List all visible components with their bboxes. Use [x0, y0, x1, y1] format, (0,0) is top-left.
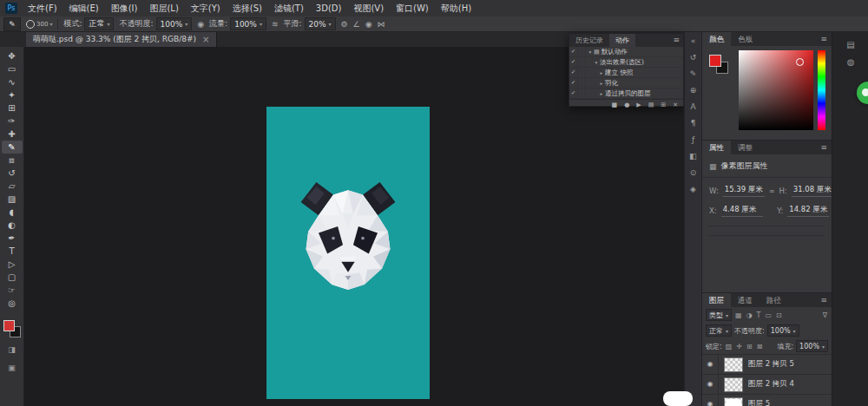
layer-thumbnail[interactable] [724, 357, 743, 372]
learn-icon[interactable]: ▤ [843, 40, 858, 49]
stop-icon[interactable]: ■ [612, 102, 618, 108]
menu-select[interactable]: 选择(S) [227, 0, 268, 16]
navigator-panel-icon[interactable]: ◈ [690, 185, 696, 193]
eye-icon[interactable]: ◉ [702, 375, 719, 394]
gradient-tool[interactable]: ▨ [2, 193, 23, 206]
dialog-toggle[interactable] [578, 47, 586, 56]
screen-mode-icon[interactable]: ▣ [2, 362, 23, 374]
tab-adjustments[interactable]: 调整 [731, 141, 760, 154]
tab-actions[interactable]: 动作 [609, 34, 635, 47]
hand-tool[interactable]: ☞ [2, 284, 23, 297]
menu-view[interactable]: 视图(V) [347, 0, 390, 16]
layer-row[interactable]: ◉ 图层 5 [702, 395, 832, 406]
mode-select[interactable]: 正常 ▾ [84, 17, 114, 30]
adjustments-panel-icon[interactable]: ◧ [689, 152, 697, 160]
clone-source-icon[interactable]: ⊕ [690, 86, 697, 95]
dialog-toggle[interactable] [578, 57, 586, 67]
layer-thumbnail[interactable] [724, 377, 743, 392]
expand-icon[interactable]: ▾ [586, 60, 600, 65]
menu-type[interactable]: 文字(Y) [185, 0, 227, 16]
tab-layers[interactable]: 图层 [702, 293, 731, 307]
tab-channels[interactable]: 通道 [731, 293, 760, 307]
close-icon[interactable]: × [202, 35, 209, 44]
menu-layer[interactable]: 图层(L) [143, 0, 184, 16]
layer-row[interactable]: ◉ 图层 2 拷贝 4 [702, 375, 832, 395]
symmetry-icon[interactable]: ⋈ [378, 20, 385, 29]
foreground-color-swatch[interactable] [709, 55, 721, 67]
filter-pixel-icon[interactable]: ▦ [734, 311, 743, 319]
expand-icon[interactable]: ▸ [586, 91, 605, 96]
shape-tool[interactable]: ▢ [2, 271, 23, 284]
smoothing-options-gear-icon[interactable]: ⚙ [341, 20, 348, 29]
panel-menu-icon[interactable]: ≡ [820, 141, 832, 154]
action-row[interactable]: ✓ ▸ 建立 快照 [569, 68, 683, 78]
expand-icon[interactable]: ▸ [586, 70, 605, 75]
layer-thumbnail[interactable] [724, 397, 743, 406]
tab-color[interactable]: 颜色 [702, 32, 731, 46]
pen-tool[interactable]: ✒ [2, 232, 23, 245]
menu-filter[interactable]: 滤镜(T) [268, 0, 310, 16]
width-field[interactable]: 15.39 厘米 [723, 185, 765, 197]
history-brush-tool[interactable]: ↺ [2, 167, 23, 180]
libraries-icon[interactable]: ◍ [843, 57, 858, 67]
lock-all-icon[interactable]: ⊠ [756, 343, 764, 350]
smoothing-select[interactable]: 20% ▾ [305, 17, 336, 30]
character-panel-icon[interactable]: A [690, 102, 695, 111]
brush-tool[interactable]: ✎ [2, 141, 23, 154]
expand-icon[interactable]: ▸ [586, 81, 605, 86]
active-tool-icon[interactable]: ✎ [3, 17, 21, 31]
check-icon[interactable]: ✓ [569, 88, 578, 98]
layer-row[interactable]: ◉ 图层 2 拷贝 5 [702, 355, 832, 375]
panel-menu-icon[interactable]: ≡ [820, 293, 832, 307]
color-fg-bg-swatches[interactable] [709, 55, 728, 74]
eye-icon[interactable]: ◉ [702, 395, 719, 406]
artboard[interactable] [266, 107, 430, 399]
action-row[interactable]: ✓ ▸ 羽化 [569, 78, 683, 88]
blur-tool[interactable]: ◖ [2, 206, 23, 219]
menu-help[interactable]: 帮助(H) [435, 0, 477, 16]
pen-pressure-opacity-icon[interactable]: ◉ [197, 20, 204, 29]
tab-history[interactable]: 历史记录 [569, 34, 609, 47]
quick-selection-tool[interactable]: ✦ [2, 88, 23, 102]
info-panel-icon[interactable]: ⊙ [690, 168, 697, 177]
dialog-toggle[interactable] [578, 78, 586, 88]
menu-3d[interactable]: 3D(D) [310, 0, 348, 16]
filter-toggle-icon[interactable]: ∇ [822, 311, 828, 319]
foreground-color-swatch[interactable] [3, 320, 15, 331]
healing-brush-tool[interactable]: ✚ [2, 128, 23, 141]
height-field[interactable]: 31.08 厘米 [792, 185, 833, 197]
fill-select[interactable]: 100% ▾ [796, 340, 828, 352]
filter-smart-icon[interactable]: ⊡ [775, 311, 783, 319]
move-tool[interactable]: ✥ [2, 49, 23, 62]
color-swatches[interactable] [3, 320, 21, 337]
lock-transparency-icon[interactable]: ▨ [725, 343, 733, 350]
delete-icon[interactable]: ✕ [673, 102, 678, 108]
dialog-toggle[interactable] [578, 88, 586, 98]
lock-pixels-icon[interactable]: ✛ [735, 343, 743, 350]
panel-menu-icon[interactable]: ≡ [673, 34, 683, 47]
action-row[interactable]: ✓ ▾ ▤ 默认动作 [569, 47, 683, 57]
filter-adjustment-icon[interactable]: ◑ [746, 311, 753, 319]
panel-menu-icon[interactable]: ≡ [820, 32, 832, 46]
filter-type-icon[interactable]: T [756, 311, 762, 319]
filter-shape-icon[interactable]: ▭ [764, 311, 773, 319]
y-field[interactable]: 14.82 厘米 [787, 205, 829, 217]
check-icon[interactable]: ✓ [569, 57, 578, 67]
pen-pressure-size-icon[interactable]: ◉ [365, 20, 372, 29]
new-set-icon[interactable]: ▤ [648, 102, 654, 108]
record-icon[interactable]: ● [624, 102, 629, 108]
action-row[interactable]: ✓ ▾ 淡出效果(选区) [569, 57, 683, 68]
blend-mode-select[interactable]: 正常 ▾ [706, 324, 732, 337]
document-tab[interactable]: 萌萌哒.psd @ 33.3% (图层 2 拷贝, RGB/8#) × [26, 32, 217, 47]
path-selection-tool[interactable]: ▷ [2, 258, 23, 271]
lock-position-icon[interactable]: ⊞ [746, 343, 753, 350]
clone-stamp-tool[interactable]: ⧈ [2, 154, 23, 167]
check-icon[interactable]: ✓ [569, 78, 578, 88]
menu-file[interactable]: 文件(F) [22, 0, 63, 16]
check-icon[interactable]: ✓ [569, 47, 578, 56]
flow-select[interactable]: 100% ▾ [230, 17, 266, 30]
x-field[interactable]: 4.48 厘米 [721, 205, 763, 217]
new-action-icon[interactable]: ⊞ [661, 102, 666, 108]
type-tool[interactable]: T [2, 245, 23, 258]
saturation-brightness-field[interactable] [739, 50, 813, 130]
